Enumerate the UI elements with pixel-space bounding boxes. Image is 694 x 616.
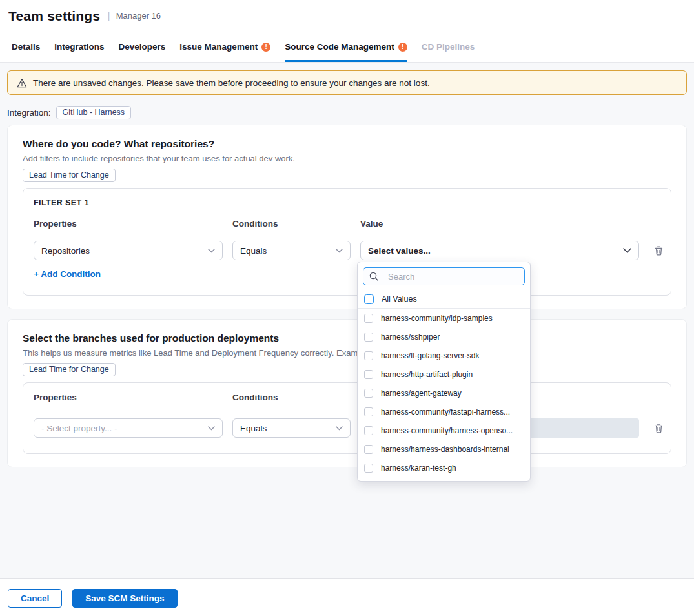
option-label: harness/sshpiper	[381, 333, 440, 342]
unsaved-changes-banner: There are unsaved changes. Please save t…	[7, 70, 687, 95]
trash-icon	[654, 423, 664, 433]
integration-label: Integration:	[7, 108, 51, 118]
checkbox[interactable]	[364, 389, 373, 398]
tab-issue-management[interactable]: Issue Management !	[179, 32, 270, 62]
filter-row: Repositories Equals Select values...	[34, 241, 660, 260]
tab-bar: Details Integrations Developers Issue Ma…	[0, 32, 694, 63]
conditions-select[interactable]: Equals	[232, 418, 351, 438]
delete-filter-button[interactable]	[649, 241, 668, 260]
properties-select-value: Repositories	[41, 246, 90, 256]
repositories-section: Where do you code? What repositories? Ad…	[7, 125, 687, 309]
text-cursor	[383, 272, 383, 282]
option-label: harness-community/harness-openso...	[381, 426, 513, 435]
tab-label: Details	[12, 42, 40, 52]
chevron-down-icon	[336, 249, 343, 253]
option-label: harness/karan-test-gh	[381, 464, 456, 473]
filter-column-labels: Properties Conditions Value	[34, 393, 660, 402]
branches-filter-card: Properties Conditions Value - Select pro…	[23, 382, 671, 454]
dropdown-option[interactable]: harness/harness-dashboards-internal	[358, 440, 530, 458]
add-condition-button[interactable]: + Add Condition	[34, 269, 101, 279]
main-content: There are unsaved changes. Please save t…	[0, 63, 694, 467]
checkbox[interactable]	[364, 333, 373, 342]
chevron-down-icon	[336, 426, 343, 431]
team-name: Manager 16	[116, 11, 161, 21]
option-label: harness/agent-gateway	[381, 389, 462, 398]
conditions-select[interactable]: Equals	[232, 241, 351, 260]
footer-action-bar: Cancel Save SCM Settings	[0, 578, 694, 616]
checkbox[interactable]	[364, 445, 373, 454]
checkbox[interactable]	[364, 294, 374, 304]
tab-label: Integrations	[54, 42, 104, 52]
banner-text: There are unsaved changes. Please save t…	[33, 78, 430, 88]
filter-set-title: FILTER SET 1	[34, 198, 660, 207]
tab-source-code-management[interactable]: Source Code Management !	[285, 32, 407, 62]
option-label: harness/harness-dashboards-internal	[381, 445, 509, 454]
properties-select-placeholder: - Select property... -	[41, 424, 117, 433]
dropdown-option[interactable]: harness-community/harness-openso...	[358, 421, 530, 440]
checkbox[interactable]	[364, 370, 373, 379]
conditions-select-value: Equals	[240, 246, 267, 256]
section-subtitle: This helps us measure metrics like Lead …	[23, 348, 671, 358]
search-placeholder: Search	[388, 272, 414, 282]
chevron-down-icon	[208, 249, 215, 253]
tab-label: CD Pipelines	[422, 42, 475, 52]
page-title: Team settings	[8, 8, 100, 24]
option-label: harness/http-artifact-plugin	[381, 370, 473, 379]
option-label: harness/ff-golang-server-sdk	[381, 351, 480, 360]
save-scm-settings-button[interactable]: Save SCM Settings	[72, 589, 177, 608]
all-values-option[interactable]: All Values	[358, 290, 530, 309]
dropdown-option[interactable]: harness/ff-golang-server-sdk	[358, 346, 530, 365]
tab-cd-pipelines[interactable]: CD Pipelines	[422, 32, 475, 62]
tab-integrations[interactable]: Integrations	[54, 32, 104, 62]
integration-chip[interactable]: GitHub - Harness	[56, 106, 132, 119]
option-label: All Values	[382, 294, 417, 303]
checkbox[interactable]	[364, 407, 373, 416]
value-label: Value	[360, 219, 639, 229]
checkbox[interactable]	[364, 314, 373, 323]
dropdown-option-clipped[interactable]: harness/…	[358, 477, 530, 482]
section-subtitle: Add filters to include repositories that…	[23, 154, 671, 163]
search-icon	[369, 272, 378, 281]
filter-column-labels: Properties Conditions Value	[34, 219, 660, 229]
dropdown-option[interactable]: harness-community/fastapi-harness...	[358, 402, 530, 421]
tab-details[interactable]: Details	[12, 32, 40, 62]
warning-badge-icon: !	[398, 43, 407, 52]
conditions-label: Conditions	[232, 219, 351, 229]
values-dropdown-panel: Search All Values harness-community/idp-…	[357, 262, 531, 482]
delete-filter-button[interactable]	[649, 418, 668, 438]
page-header: Team settings | Manager 16	[0, 0, 694, 32]
title-divider: |	[107, 10, 110, 23]
chevron-down-icon	[623, 248, 631, 253]
dropdown-option[interactable]: harness/agent-gateway	[358, 384, 530, 402]
dropdown-option[interactable]: harness/http-artifact-plugin	[358, 365, 530, 384]
dropdown-option[interactable]: harness/sshpiper	[358, 327, 530, 346]
option-label: harness-community/idp-samples	[381, 314, 493, 323]
dropdown-option[interactable]: harness-community/idp-samples	[358, 309, 530, 327]
trash-icon	[654, 245, 664, 256]
properties-select[interactable]: - Select property... -	[34, 418, 223, 438]
section-title: Where do you code? What repositories?	[23, 138, 671, 150]
section-title: Select the branches used for production …	[23, 333, 671, 344]
filter-row: - Select property... - Equals	[34, 418, 660, 438]
tab-label: Issue Management	[179, 42, 258, 52]
checkbox[interactable]	[364, 464, 373, 473]
dropdown-option[interactable]: harness/karan-test-gh	[358, 458, 530, 477]
value-select-placeholder: Select values...	[368, 246, 431, 256]
dropdown-search-area: Search	[358, 262, 530, 290]
warning-triangle-icon	[17, 78, 27, 88]
branches-section: Select the branches used for production …	[7, 319, 687, 467]
conditions-select-value: Equals	[240, 424, 267, 433]
properties-select[interactable]: Repositories	[34, 241, 223, 260]
value-multiselect[interactable]: Select values...	[360, 241, 639, 260]
properties-label: Properties	[34, 219, 223, 229]
conditions-label: Conditions	[232, 393, 351, 402]
cancel-button[interactable]: Cancel	[8, 589, 62, 608]
tab-developers[interactable]: Developers	[119, 32, 166, 62]
lead-time-chip: Lead Time for Change	[23, 363, 116, 376]
chevron-down-icon	[208, 426, 215, 431]
search-input[interactable]: Search	[363, 267, 525, 285]
option-label: harness-community/fastapi-harness...	[381, 407, 510, 416]
integration-row: Integration: GitHub - Harness	[7, 106, 687, 119]
checkbox[interactable]	[364, 351, 373, 360]
checkbox[interactable]	[364, 426, 373, 435]
